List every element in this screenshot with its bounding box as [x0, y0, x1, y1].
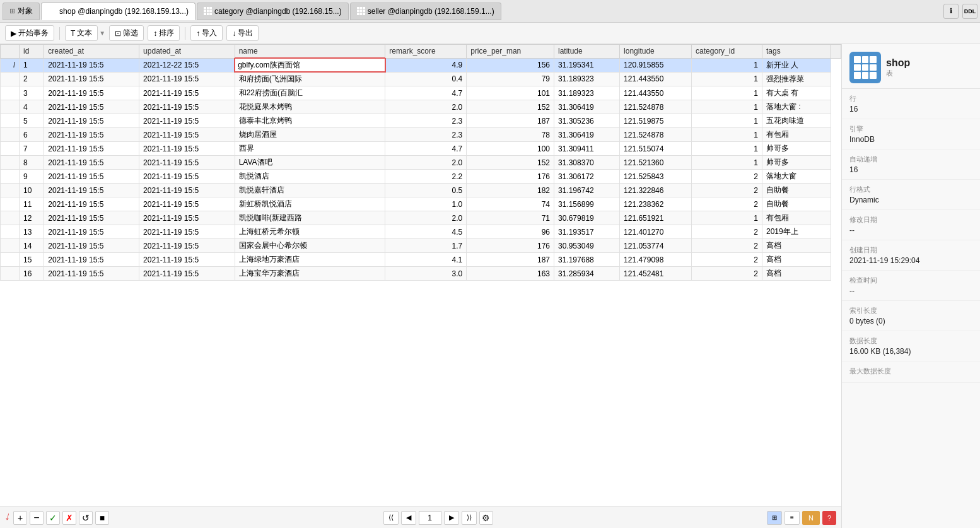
cell-price_per_man[interactable]: 152: [467, 100, 554, 114]
cell-updated_at[interactable]: 2021-11-19 15:5: [139, 267, 235, 281]
cell-tags[interactable]: 五花肉味道: [762, 114, 831, 128]
cell-tags[interactable]: 有包厢: [762, 128, 831, 142]
cell-created_at[interactable]: 2021-11-19 15:5: [44, 128, 139, 142]
cell-longitude[interactable]: 121.238362: [620, 197, 692, 211]
cell-latitude[interactable]: 31.306419: [554, 128, 620, 142]
table-row[interactable]: 92021-11-19 15:52021-11-19 15:5凯悦酒店2.217…: [1, 170, 841, 184]
cell-name[interactable]: 凯悦嘉轩酒店: [235, 184, 385, 197]
cell-longitude[interactable]: 121.443550: [620, 86, 692, 100]
cell-updated_at[interactable]: 2021-11-19 15:5: [139, 211, 235, 225]
table-row[interactable]: 132021-11-19 15:52021-11-19 15:5上海虹桥元希尔顿…: [1, 225, 841, 239]
info-button[interactable]: ℹ: [943, 4, 959, 19]
th-updated-at[interactable]: updated_at: [139, 45, 235, 59]
cell-price_per_man[interactable]: 101: [467, 86, 554, 100]
cell-longitude[interactable]: 121.524878: [620, 128, 692, 142]
cell-latitude[interactable]: 31.195341: [554, 58, 620, 72]
table-row[interactable]: 102021-11-19 15:52021-11-19 15:5凯悦嘉轩酒店0.…: [1, 184, 841, 197]
cell-tags[interactable]: 高档: [762, 253, 831, 267]
cell-id[interactable]: 12: [20, 211, 44, 225]
cell-edit-input[interactable]: [235, 59, 385, 71]
form-view-button[interactable]: ≡: [785, 511, 800, 525]
cell-latitude[interactable]: 31.189323: [554, 86, 620, 100]
cell-remark_score[interactable]: 2.0: [385, 156, 467, 170]
cell-tags[interactable]: 有大桌 有: [762, 86, 831, 100]
th-created-at[interactable]: created_at: [44, 45, 139, 59]
cell-longitude[interactable]: 121.053774: [620, 239, 692, 253]
cell-id[interactable]: 1: [20, 58, 44, 72]
cell-updated_at[interactable]: 2021-12-22 15:5: [139, 58, 235, 72]
cell-remark_score[interactable]: 4.7: [385, 142, 467, 156]
cell-tags[interactable]: 自助餐: [762, 184, 831, 197]
cell-category_id[interactable]: 2: [692, 170, 762, 184]
table-row[interactable]: 122021-11-19 15:52021-11-19 15:5凯悦咖啡(新建西…: [1, 211, 841, 225]
table-row[interactable]: 22021-11-19 15:52021-11-19 15:5和府捞面(飞洲国际…: [1, 72, 841, 86]
cell-tags[interactable]: 帅哥多: [762, 156, 831, 170]
cell-created_at[interactable]: 2021-11-19 15:5: [44, 114, 139, 128]
cell-longitude[interactable]: 121.452481: [620, 267, 692, 281]
cell-remark_score[interactable]: 4.5: [385, 225, 467, 239]
cell-updated_at[interactable]: 2021-11-19 15:5: [139, 225, 235, 239]
cell-price_per_man[interactable]: 176: [467, 170, 554, 184]
cell-tags[interactable]: 有包厢: [762, 211, 831, 225]
cell-updated_at[interactable]: 2021-11-19 15:5: [139, 239, 235, 253]
cell-longitude[interactable]: 121.401270: [620, 225, 692, 239]
cell-category_id[interactable]: 1: [692, 100, 762, 114]
cell-remark_score[interactable]: 1.0: [385, 197, 467, 211]
cell-price_per_man[interactable]: 71: [467, 211, 554, 225]
cell-category_id[interactable]: 2: [692, 197, 762, 211]
th-remark-score[interactable]: remark_score: [385, 45, 467, 59]
tab-obj[interactable]: ⊞ 对象: [3, 3, 40, 20]
ddl-button[interactable]: DDL: [962, 4, 977, 19]
tab-seller[interactable]: seller @dianpingdb (192.168.159.1...): [350, 3, 501, 20]
cell-tags[interactable]: 2019年上: [762, 225, 831, 239]
table-row[interactable]: I12021-11-19 15:52021-12-22 15:54.915631…: [1, 58, 841, 72]
cell-remark_score[interactable]: 2.3: [385, 128, 467, 142]
cell-updated_at[interactable]: 2021-11-19 15:5: [139, 253, 235, 267]
cell-price_per_man[interactable]: 176: [467, 239, 554, 253]
export-button[interactable]: ↓ 导出: [226, 25, 259, 41]
remove-row-button[interactable]: −: [30, 511, 44, 525]
cell-latitude[interactable]: 31.189323: [554, 72, 620, 86]
page-input[interactable]: [419, 511, 441, 525]
cell-longitude[interactable]: 121.525843: [620, 170, 692, 184]
cell-longitude[interactable]: 121.519875: [620, 114, 692, 128]
start-transaction-button[interactable]: ▶ 开始事务: [5, 25, 54, 41]
th-id[interactable]: id: [20, 45, 44, 59]
table-row[interactable]: 62021-11-19 15:52021-11-19 15:5烧肉居酒屋2.37…: [1, 128, 841, 142]
cell-created_at[interactable]: 2021-11-19 15:5: [44, 253, 139, 267]
cell-id[interactable]: 11: [20, 197, 44, 211]
prev-page-button[interactable]: ◀: [401, 511, 416, 525]
confirm-button[interactable]: ✓: [46, 511, 60, 525]
cell-remark_score[interactable]: 3.0: [385, 267, 467, 281]
cell-updated_at[interactable]: 2021-11-19 15:5: [139, 142, 235, 156]
stop-button[interactable]: ◼: [95, 511, 109, 525]
cell-tags[interactable]: 自助餐: [762, 197, 831, 211]
cancel-button[interactable]: ✗: [62, 511, 76, 525]
th-longitude[interactable]: longitude: [620, 45, 692, 59]
cell-latitude[interactable]: 31.308370: [554, 156, 620, 170]
import-button[interactable]: ↑ 导入: [190, 25, 223, 41]
cell-created_at[interactable]: 2021-11-19 15:5: [44, 197, 139, 211]
cell-longitude[interactable]: 121.443550: [620, 72, 692, 86]
cell-id[interactable]: 14: [20, 239, 44, 253]
cell-remark_score[interactable]: 4.9: [385, 58, 467, 72]
cell-category_id[interactable]: 1: [692, 142, 762, 156]
cell-created_at[interactable]: 2021-11-19 15:5: [44, 170, 139, 184]
cell-remark_score[interactable]: 2.2: [385, 170, 467, 184]
cell-category_id[interactable]: 2: [692, 225, 762, 239]
cell-remark_score[interactable]: 2.3: [385, 114, 467, 128]
cell-price_per_man[interactable]: 79: [467, 72, 554, 86]
cell-price_per_man[interactable]: 100: [467, 142, 554, 156]
table-row[interactable]: 152021-11-19 15:52021-11-19 15:5上海绿地万豪酒店…: [1, 253, 841, 267]
cell-latitude[interactable]: 31.285934: [554, 267, 620, 281]
cell-price_per_man[interactable]: 96: [467, 225, 554, 239]
cell-updated_at[interactable]: 2021-11-19 15:5: [139, 170, 235, 184]
cell-category_id[interactable]: 1: [692, 128, 762, 142]
th-name[interactable]: name: [235, 45, 385, 59]
sort-button[interactable]: ↕ 排序: [148, 25, 180, 41]
cell-longitude[interactable]: 121.479098: [620, 253, 692, 267]
cell-remark_score[interactable]: 4.7: [385, 86, 467, 100]
cell-updated_at[interactable]: 2021-11-19 15:5: [139, 86, 235, 100]
cell-updated_at[interactable]: 2021-11-19 15:5: [139, 114, 235, 128]
settings-button[interactable]: ⚙: [479, 511, 493, 525]
